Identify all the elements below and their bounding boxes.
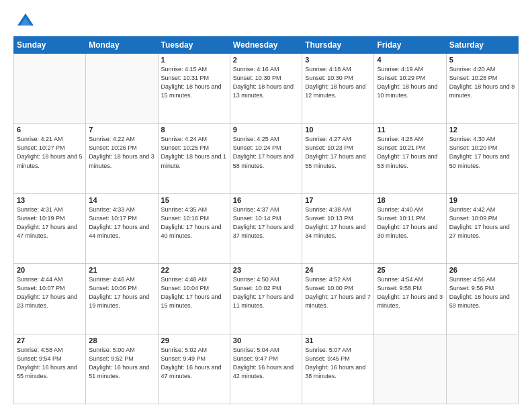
- day-number: 20: [17, 266, 83, 274]
- calendar-cell: 11Sunrise: 4:28 AM Sunset: 10:21 PM Dayl…: [374, 124, 446, 193]
- day-info: Sunrise: 4:28 AM Sunset: 10:21 PM Daylig…: [377, 135, 443, 170]
- calendar-cell: 13Sunrise: 4:31 AM Sunset: 10:19 PM Dayl…: [14, 193, 86, 263]
- day-info: Sunrise: 4:54 AM Sunset: 9:58 PM Dayligh…: [377, 275, 443, 310]
- calendar-cell: 19Sunrise: 4:42 AM Sunset: 10:09 PM Dayl…: [446, 193, 518, 263]
- day-info: Sunrise: 4:31 AM Sunset: 10:19 PM Daylig…: [17, 205, 83, 240]
- calendar-cell: 21Sunrise: 4:46 AM Sunset: 10:06 PM Dayl…: [86, 264, 158, 334]
- day-number: 22: [161, 266, 227, 274]
- day-number: 28: [89, 336, 154, 345]
- day-number: 27: [17, 336, 83, 345]
- day-info: Sunrise: 4:15 AM Sunset: 10:31 PM Daylig…: [161, 65, 227, 100]
- day-info: Sunrise: 4:40 AM Sunset: 10:11 PM Daylig…: [377, 205, 443, 240]
- day-header: Thursday: [302, 37, 374, 54]
- calendar-cell: 23Sunrise: 4:50 AM Sunset: 10:02 PM Dayl…: [230, 264, 302, 334]
- calendar-cell: 2Sunrise: 4:16 AM Sunset: 10:30 PM Dayli…: [230, 54, 302, 124]
- day-number: 24: [305, 266, 371, 274]
- day-number: 19: [449, 196, 515, 204]
- day-number: 30: [233, 336, 299, 345]
- day-info: Sunrise: 4:35 AM Sunset: 10:16 PM Daylig…: [161, 205, 227, 240]
- day-info: Sunrise: 4:46 AM Sunset: 10:06 PM Daylig…: [89, 275, 154, 310]
- calendar-cell: 12Sunrise: 4:30 AM Sunset: 10:20 PM Dayl…: [446, 124, 518, 193]
- calendar-cell: 28Sunrise: 5:00 AM Sunset: 9:52 PM Dayli…: [86, 334, 158, 404]
- logo: [13, 11, 35, 30]
- day-number: 16: [233, 196, 299, 204]
- calendar-cell: 22Sunrise: 4:48 AM Sunset: 10:04 PM Dayl…: [158, 264, 230, 334]
- calendar-cell: 18Sunrise: 4:40 AM Sunset: 10:11 PM Dayl…: [374, 193, 446, 263]
- day-info: Sunrise: 4:20 AM Sunset: 10:28 PM Daylig…: [449, 65, 515, 100]
- calendar-cell: 15Sunrise: 4:35 AM Sunset: 10:16 PM Dayl…: [158, 193, 230, 263]
- calendar-cell: [14, 54, 86, 124]
- day-number: 10: [305, 126, 371, 134]
- logo-icon: [16, 11, 35, 30]
- day-number: 14: [89, 196, 154, 204]
- day-number: 2: [233, 56, 299, 64]
- calendar-cell: 29Sunrise: 5:02 AM Sunset: 9:49 PM Dayli…: [158, 334, 230, 404]
- day-info: Sunrise: 4:24 AM Sunset: 10:25 PM Daylig…: [161, 135, 227, 170]
- calendar-cell: [374, 334, 446, 404]
- day-info: Sunrise: 4:56 AM Sunset: 9:56 PM Dayligh…: [449, 275, 515, 310]
- calendar-cell: 5Sunrise: 4:20 AM Sunset: 10:28 PM Dayli…: [446, 54, 518, 124]
- calendar-cell: 9Sunrise: 4:25 AM Sunset: 10:24 PM Dayli…: [230, 124, 302, 193]
- calendar-cell: 20Sunrise: 4:44 AM Sunset: 10:07 PM Dayl…: [14, 264, 86, 334]
- calendar-cell: 7Sunrise: 4:22 AM Sunset: 10:26 PM Dayli…: [86, 124, 158, 193]
- day-number: 15: [161, 196, 227, 204]
- calendar-cell: 3Sunrise: 4:18 AM Sunset: 10:30 PM Dayli…: [302, 54, 374, 124]
- calendar-cell: 25Sunrise: 4:54 AM Sunset: 9:58 PM Dayli…: [374, 264, 446, 334]
- day-info: Sunrise: 4:33 AM Sunset: 10:17 PM Daylig…: [89, 205, 154, 240]
- day-number: 1: [161, 56, 227, 64]
- day-number: 23: [233, 266, 299, 274]
- calendar-table: SundayMondayTuesdayWednesdayThursdayFrid…: [13, 36, 519, 404]
- day-info: Sunrise: 4:48 AM Sunset: 10:04 PM Daylig…: [161, 275, 227, 310]
- day-info: Sunrise: 5:04 AM Sunset: 9:47 PM Dayligh…: [233, 346, 299, 381]
- day-header: Friday: [374, 37, 446, 54]
- day-info: Sunrise: 4:27 AM Sunset: 10:23 PM Daylig…: [305, 135, 371, 170]
- calendar-cell: [446, 334, 518, 404]
- day-info: Sunrise: 5:00 AM Sunset: 9:52 PM Dayligh…: [89, 346, 154, 381]
- day-number: 18: [377, 196, 443, 204]
- calendar-cell: 16Sunrise: 4:37 AM Sunset: 10:14 PM Dayl…: [230, 193, 302, 263]
- day-info: Sunrise: 4:22 AM Sunset: 10:26 PM Daylig…: [89, 135, 154, 170]
- day-number: 12: [449, 126, 515, 134]
- day-header: Tuesday: [158, 37, 230, 54]
- day-header: Wednesday: [230, 37, 302, 54]
- header: [13, 11, 519, 30]
- day-info: Sunrise: 4:50 AM Sunset: 10:02 PM Daylig…: [233, 275, 299, 310]
- day-info: Sunrise: 4:44 AM Sunset: 10:07 PM Daylig…: [17, 275, 83, 310]
- day-info: Sunrise: 5:02 AM Sunset: 9:49 PM Dayligh…: [161, 346, 227, 381]
- day-number: 26: [449, 266, 515, 274]
- day-number: 25: [377, 266, 443, 274]
- day-number: 21: [89, 266, 154, 274]
- calendar-cell: 24Sunrise: 4:52 AM Sunset: 10:00 PM Dayl…: [302, 264, 374, 334]
- calendar-cell: [86, 54, 158, 124]
- day-number: 13: [17, 196, 83, 204]
- day-header: Sunday: [14, 37, 86, 54]
- day-number: 31: [305, 336, 371, 345]
- day-info: Sunrise: 4:16 AM Sunset: 10:30 PM Daylig…: [233, 65, 299, 100]
- day-header: Saturday: [446, 37, 518, 54]
- day-number: 6: [17, 126, 83, 134]
- day-header: Monday: [86, 37, 158, 54]
- day-number: 4: [377, 56, 443, 64]
- day-number: 5: [449, 56, 515, 64]
- day-info: Sunrise: 4:37 AM Sunset: 10:14 PM Daylig…: [233, 205, 299, 240]
- calendar-cell: 1Sunrise: 4:15 AM Sunset: 10:31 PM Dayli…: [158, 54, 230, 124]
- day-number: 8: [161, 126, 227, 134]
- calendar-cell: 4Sunrise: 4:19 AM Sunset: 10:29 PM Dayli…: [374, 54, 446, 124]
- calendar-cell: 26Sunrise: 4:56 AM Sunset: 9:56 PM Dayli…: [446, 264, 518, 334]
- calendar-cell: 27Sunrise: 4:58 AM Sunset: 9:54 PM Dayli…: [14, 334, 86, 404]
- day-number: 3: [305, 56, 371, 64]
- day-info: Sunrise: 5:07 AM Sunset: 9:45 PM Dayligh…: [305, 346, 371, 381]
- day-info: Sunrise: 4:19 AM Sunset: 10:29 PM Daylig…: [377, 65, 443, 100]
- day-info: Sunrise: 4:18 AM Sunset: 10:30 PM Daylig…: [305, 65, 371, 100]
- day-info: Sunrise: 4:25 AM Sunset: 10:24 PM Daylig…: [233, 135, 299, 170]
- calendar-cell: 17Sunrise: 4:38 AM Sunset: 10:13 PM Dayl…: [302, 193, 374, 263]
- day-number: 11: [377, 126, 443, 134]
- day-number: 9: [233, 126, 299, 134]
- day-info: Sunrise: 4:38 AM Sunset: 10:13 PM Daylig…: [305, 205, 371, 240]
- calendar-cell: 6Sunrise: 4:21 AM Sunset: 10:27 PM Dayli…: [14, 124, 86, 193]
- day-info: Sunrise: 4:58 AM Sunset: 9:54 PM Dayligh…: [17, 346, 83, 381]
- day-info: Sunrise: 4:21 AM Sunset: 10:27 PM Daylig…: [17, 135, 83, 170]
- day-info: Sunrise: 4:42 AM Sunset: 10:09 PM Daylig…: [449, 205, 515, 240]
- calendar-cell: 8Sunrise: 4:24 AM Sunset: 10:25 PM Dayli…: [158, 124, 230, 193]
- calendar-cell: 30Sunrise: 5:04 AM Sunset: 9:47 PM Dayli…: [230, 334, 302, 404]
